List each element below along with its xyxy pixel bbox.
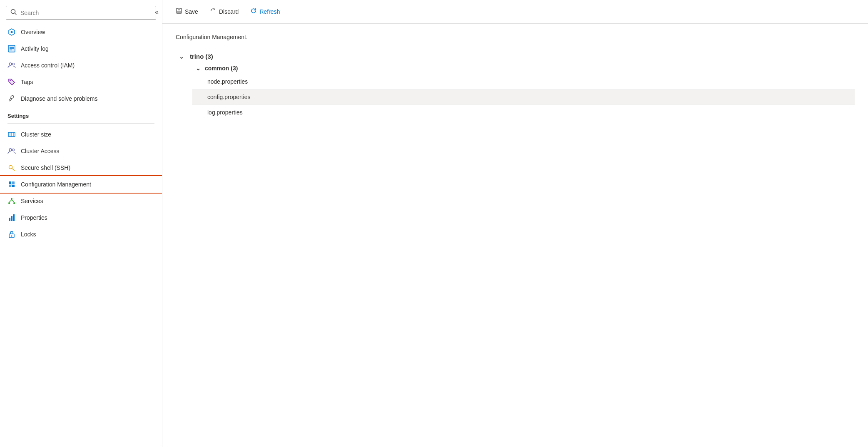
people-icon bbox=[7, 61, 16, 70]
svg-rect-31 bbox=[9, 218, 10, 221]
discard-label: Discard bbox=[219, 8, 239, 15]
resize-icon bbox=[7, 130, 16, 139]
discard-button[interactable]: Discard bbox=[205, 5, 244, 18]
sidebar-item-access-control[interactable]: Access control (IAM) bbox=[0, 57, 162, 74]
search-input[interactable] bbox=[20, 10, 152, 16]
sidebar-scroll: Overview Activity log bbox=[0, 24, 162, 447]
main-content: Save Discard Refresh Configuration Manag… bbox=[162, 0, 868, 447]
save-icon bbox=[176, 7, 182, 16]
tree-group-trino[interactable]: ⌄ trino (3) bbox=[176, 50, 855, 62]
lock-icon bbox=[7, 230, 16, 238]
bar-chart-icon bbox=[7, 214, 16, 222]
svg-rect-33 bbox=[13, 214, 15, 221]
tree-leaf-node-properties-label: node.properties bbox=[207, 78, 248, 85]
sidebar-item-secure-shell[interactable]: Secure shell (SSH) bbox=[0, 159, 162, 176]
svg-point-17 bbox=[12, 149, 15, 151]
people2-icon bbox=[7, 147, 16, 155]
sidebar-item-properties[interactable]: Properties bbox=[0, 209, 162, 226]
svg-rect-25 bbox=[12, 185, 15, 187]
sidebar-item-secure-shell-label: Secure shell (SSH) bbox=[21, 164, 70, 171]
svg-point-9 bbox=[9, 63, 12, 65]
sidebar-item-config-management-label: Configuration Management bbox=[21, 181, 91, 188]
services-icon bbox=[7, 197, 16, 205]
sidebar-item-activity-log[interactable]: Activity log bbox=[0, 40, 162, 57]
content-area: Configuration Management. ⌄ trino (3) ⌄ … bbox=[162, 24, 868, 447]
svg-point-27 bbox=[8, 202, 10, 204]
svg-line-1 bbox=[15, 13, 17, 15]
svg-rect-38 bbox=[177, 11, 181, 13]
sidebar-item-tags-label: Tags bbox=[21, 79, 33, 85]
search-icon bbox=[10, 9, 17, 17]
svg-point-10 bbox=[12, 63, 15, 65]
refresh-button[interactable]: Refresh bbox=[245, 5, 285, 18]
chevron-trino-icon: ⌄ bbox=[179, 53, 186, 60]
tree-node-trino: ⌄ trino (3) ⌄ common (3) node.properties bbox=[176, 50, 855, 120]
wrench-icon bbox=[7, 94, 16, 103]
sidebar-item-services-label: Services bbox=[21, 198, 43, 204]
svg-line-20 bbox=[13, 169, 14, 170]
tree-children-trino: ⌄ common (3) node.properties config.prop… bbox=[176, 62, 855, 120]
tree-sub-common-label: common (3) bbox=[205, 65, 238, 72]
svg-point-35 bbox=[11, 236, 12, 237]
tree-sub-common[interactable]: ⌄ common (3) bbox=[192, 62, 855, 74]
sidebar-item-diagnose[interactable]: Diagnose and solve problems bbox=[0, 90, 162, 107]
svg-point-26 bbox=[11, 198, 12, 200]
tree-leaf-node-properties[interactable]: node.properties bbox=[192, 74, 855, 89]
svg-point-18 bbox=[9, 166, 12, 169]
svg-rect-22 bbox=[9, 181, 11, 184]
list-icon bbox=[7, 45, 16, 53]
tag-icon bbox=[7, 78, 16, 86]
svg-rect-24 bbox=[9, 185, 11, 187]
settings-section-label: Settings bbox=[0, 107, 162, 122]
svg-rect-32 bbox=[11, 216, 12, 221]
tree: ⌄ trino (3) ⌄ common (3) node.properties bbox=[176, 50, 855, 120]
refresh-icon bbox=[250, 7, 257, 16]
sidebar-item-diagnose-label: Diagnose and solve problems bbox=[21, 95, 97, 102]
svg-rect-23 bbox=[12, 181, 15, 184]
svg-line-30 bbox=[12, 200, 14, 202]
collapse-button[interactable]: « bbox=[152, 6, 162, 18]
svg-line-29 bbox=[9, 200, 12, 202]
svg-point-3 bbox=[11, 31, 13, 33]
svg-point-28 bbox=[13, 202, 15, 204]
sidebar-item-overview[interactable]: Overview bbox=[0, 24, 162, 40]
sidebar-item-services[interactable]: Services bbox=[0, 193, 162, 209]
config-icon bbox=[7, 180, 16, 189]
content-title: Configuration Management. bbox=[176, 34, 855, 40]
sidebar-item-overview-label: Overview bbox=[21, 29, 45, 35]
sidebar-item-tags[interactable]: Tags bbox=[0, 74, 162, 90]
sidebar-item-config-management[interactable]: Configuration Management bbox=[0, 176, 162, 193]
toolbar: Save Discard Refresh bbox=[162, 0, 868, 24]
sidebar-item-cluster-size-label: Cluster size bbox=[21, 131, 51, 138]
sidebar-item-cluster-access[interactable]: Cluster Access bbox=[0, 143, 162, 159]
search-bar[interactable] bbox=[6, 6, 156, 20]
svg-point-16 bbox=[9, 149, 12, 151]
sidebar-item-cluster-access-label: Cluster Access bbox=[21, 148, 60, 154]
sidebar-item-properties-label: Properties bbox=[21, 214, 47, 221]
hexagon-icon bbox=[7, 28, 16, 36]
svg-rect-37 bbox=[178, 8, 180, 10]
tree-node-common: ⌄ common (3) node.properties config.prop… bbox=[192, 62, 855, 120]
sidebar-item-locks[interactable]: Locks bbox=[0, 226, 162, 243]
sidebar-item-cluster-size[interactable]: Cluster size bbox=[0, 126, 162, 143]
settings-divider bbox=[7, 123, 154, 124]
key-icon bbox=[7, 164, 16, 172]
tree-leaf-config-properties[interactable]: config.properties bbox=[192, 89, 855, 105]
tree-leaf-config-properties-label: config.properties bbox=[207, 94, 251, 100]
sidebar-item-locks-label: Locks bbox=[21, 231, 36, 238]
svg-point-11 bbox=[10, 80, 10, 81]
sidebar-item-access-control-label: Access control (IAM) bbox=[21, 62, 75, 69]
sidebar-item-activity-log-label: Activity log bbox=[21, 45, 49, 52]
refresh-label: Refresh bbox=[259, 8, 280, 15]
save-label: Save bbox=[185, 8, 198, 15]
tree-leaf-log-properties-label: log.properties bbox=[207, 109, 243, 116]
discard-icon bbox=[210, 7, 216, 16]
save-button[interactable]: Save bbox=[171, 5, 203, 18]
tree-group-trino-label: trino (3) bbox=[190, 53, 213, 60]
sidebar: « Overview Activity l bbox=[0, 0, 162, 447]
chevron-common-icon: ⌄ bbox=[196, 65, 201, 72]
tree-leaf-log-properties[interactable]: log.properties bbox=[192, 105, 855, 120]
